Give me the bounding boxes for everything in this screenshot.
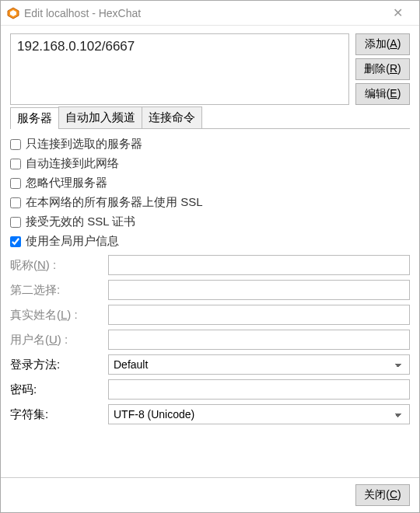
server-list[interactable]: 192.168.0.102/6667 xyxy=(10,33,349,105)
row-username: 用户名(U) : xyxy=(10,330,410,350)
close-icon[interactable]: ✕ xyxy=(382,5,413,20)
row-password: 密码: xyxy=(10,379,410,400)
row-realname: 真实姓名(L) : xyxy=(10,305,410,325)
row-second-choice: 第二选择: xyxy=(10,280,410,300)
server-entry[interactable]: 192.168.0.102/6667 xyxy=(11,34,348,59)
charset-select[interactable]: UTF-8 (Unicode) xyxy=(108,404,410,424)
check-global-user-info-box[interactable] xyxy=(10,236,21,247)
edit-network-dialog: Edit localhost - HexChat ✕ 192.168.0.102… xyxy=(0,0,420,513)
check-auto-connect[interactable]: 自动连接到此网络 xyxy=(10,156,410,171)
dialog-content: 192.168.0.102/6667 添加(A) 删除(R) 编辑(E) 服务器… xyxy=(1,26,419,477)
row-charset: 字符集: UTF-8 (Unicode) xyxy=(10,404,410,424)
check-global-user-info[interactable]: 使用全局用户信息 xyxy=(10,234,410,249)
tab-autojoin[interactable]: 自动加入频道 xyxy=(58,106,142,128)
check-use-ssl-box[interactable] xyxy=(10,197,21,208)
check-accept-invalid-ssl-box[interactable] xyxy=(10,217,21,228)
check-bypass-proxy[interactable]: 忽略代理服务器 xyxy=(10,176,410,190)
options-checkboxes: 只连接到选取的服务器 自动连接到此网络 忽略代理服务器 在本网络的所有服务器上使… xyxy=(10,137,410,249)
edit-button[interactable]: 编辑(E) xyxy=(355,83,410,105)
label-realname: 真实姓名(L) : xyxy=(10,308,103,323)
label-nickname: 昵称(N) : xyxy=(10,258,103,273)
login-method-select[interactable]: Default xyxy=(108,354,410,375)
server-section: 192.168.0.102/6667 添加(A) 删除(R) 编辑(E) xyxy=(10,33,410,105)
username-field[interactable] xyxy=(108,330,410,350)
password-field[interactable] xyxy=(108,379,410,400)
titlebar: Edit localhost - HexChat ✕ xyxy=(1,1,419,26)
server-buttons: 添加(A) 删除(R) 编辑(E) xyxy=(355,33,410,105)
label-username: 用户名(U) : xyxy=(10,333,103,347)
app-icon xyxy=(7,7,19,19)
tab-connect-commands[interactable]: 连接命令 xyxy=(142,106,202,128)
row-login-method: 登录方法: Default xyxy=(10,354,410,375)
check-auto-connect-box[interactable] xyxy=(10,159,21,169)
add-button[interactable]: 添加(A) xyxy=(355,33,410,55)
remove-button[interactable]: 删除(R) xyxy=(355,58,410,80)
close-button[interactable]: 关闭(C) xyxy=(355,484,410,506)
check-use-ssl[interactable]: 在本网络的所有服务器上使用 SSL xyxy=(10,195,410,210)
label-second-choice: 第二选择: xyxy=(10,283,103,298)
tab-servers[interactable]: 服务器 xyxy=(10,107,59,129)
label-login-method: 登录方法: xyxy=(10,358,103,372)
check-only-selected-box[interactable] xyxy=(10,139,21,150)
check-only-selected[interactable]: 只连接到选取的服务器 xyxy=(10,137,410,152)
nickname-field[interactable] xyxy=(108,255,410,275)
user-info-form: 昵称(N) : 第二选择: 真实姓名(L) : 用户名(U) : 登录方法: D… xyxy=(10,255,410,424)
realname-field[interactable] xyxy=(108,305,410,325)
label-charset: 字符集: xyxy=(10,407,103,422)
check-accept-invalid-ssl[interactable]: 接受无效的 SSL 证书 xyxy=(10,215,410,229)
second-choice-field[interactable] xyxy=(108,280,410,300)
dialog-footer: 关闭(C) xyxy=(1,477,419,512)
window-title: Edit localhost - HexChat xyxy=(24,7,382,19)
row-nickname: 昵称(N) : xyxy=(10,255,410,275)
label-password: 密码: xyxy=(10,382,103,397)
check-bypass-proxy-box[interactable] xyxy=(10,178,21,189)
tab-strip: 服务器 自动加入频道 连接命令 xyxy=(10,106,410,129)
